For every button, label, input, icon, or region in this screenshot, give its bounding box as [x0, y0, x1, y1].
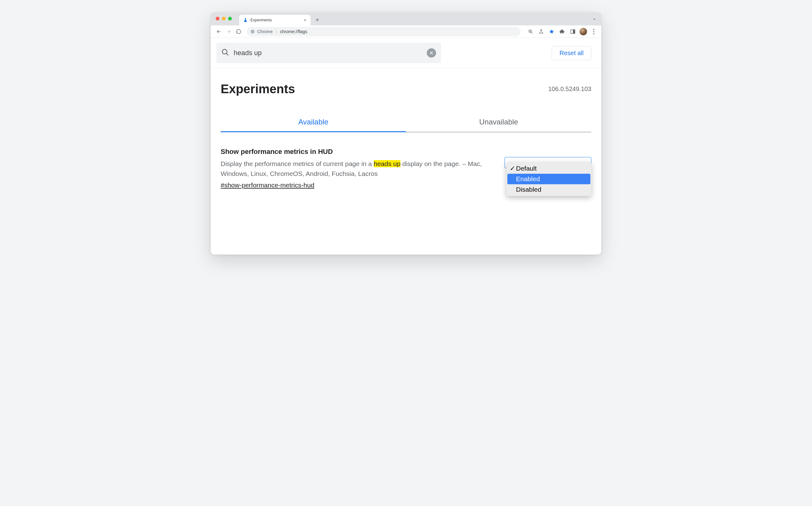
- back-button[interactable]: [214, 27, 223, 36]
- maximize-window-button[interactable]: [228, 17, 232, 20]
- tab-title: Experiments: [250, 18, 300, 22]
- tab-close-icon[interactable]: [302, 18, 307, 23]
- experiment-hash-link[interactable]: #show-performance-metrics-hud: [221, 181, 314, 189]
- omnibox-divider: |: [276, 29, 277, 34]
- experiment-control: ✓ Default Enabled Disabled: [505, 148, 591, 168]
- experiment-text: Show performance metrics in HUD Display …: [221, 148, 486, 189]
- search-row: Reset all: [211, 38, 601, 68]
- reload-button[interactable]: [234, 27, 243, 36]
- flask-icon: [243, 18, 248, 23]
- heading-row: Experiments 106.0.5249.103: [211, 68, 601, 99]
- checkmark-icon: ✓: [510, 165, 515, 172]
- option-disabled-label: Disabled: [516, 186, 541, 193]
- search-box: [216, 43, 441, 63]
- chrome-icon: [250, 29, 255, 34]
- tabs-row: Available Unavailable: [221, 118, 591, 132]
- search-icon: [221, 48, 229, 58]
- search-highlight: heads up: [374, 160, 400, 167]
- experiment-row: Show performance metrics in HUD Display …: [221, 148, 591, 189]
- svg-point-3: [252, 31, 253, 32]
- page-title: Experiments: [221, 82, 295, 96]
- omnibox-url: chrome://flags: [280, 29, 307, 34]
- traffic-lights: [216, 17, 232, 20]
- reset-all-button[interactable]: Reset all: [552, 46, 591, 60]
- svg-rect-0: [245, 18, 246, 19]
- svg-point-10: [222, 49, 227, 54]
- experiment-dropdown: ✓ Default Enabled Disabled: [506, 162, 591, 196]
- address-bar[interactable]: Chrome | chrome://flags: [247, 27, 521, 36]
- share-icon[interactable]: [537, 28, 545, 35]
- option-enabled[interactable]: Enabled: [507, 174, 590, 184]
- svg-point-8: [593, 31, 594, 32]
- clear-search-button[interactable]: [427, 48, 436, 58]
- close-window-button[interactable]: [216, 17, 219, 20]
- option-disabled[interactable]: Disabled: [507, 184, 590, 195]
- chrome-menu-icon[interactable]: [590, 28, 598, 35]
- option-default[interactable]: ✓ Default: [507, 163, 590, 174]
- option-default-label: Default: [516, 165, 537, 172]
- profile-avatar[interactable]: [580, 28, 587, 35]
- side-panel-icon[interactable]: [569, 28, 577, 35]
- experiment-title: Show performance metrics in HUD: [221, 148, 486, 156]
- browser-tab[interactable]: Experiments: [239, 15, 310, 25]
- bookmark-star-icon[interactable]: [548, 28, 556, 35]
- extensions-icon[interactable]: [559, 28, 566, 35]
- tab-available[interactable]: Available: [221, 118, 406, 132]
- desc-before: Display the performance metrics of curre…: [221, 160, 374, 167]
- svg-point-7: [593, 29, 594, 30]
- page-content: Reset all Experiments 106.0.5249.103 Ava…: [211, 38, 601, 255]
- browser-window: Experiments Chrome | chrome://f: [211, 12, 601, 255]
- minimize-window-button[interactable]: [222, 17, 226, 20]
- svg-rect-6: [573, 30, 575, 33]
- option-enabled-label: Enabled: [516, 175, 540, 183]
- omnibox-prefix: Chrome: [257, 29, 273, 34]
- experiment-description: Display the performance metrics of curre…: [221, 159, 486, 178]
- forward-button[interactable]: [224, 27, 233, 36]
- tab-search-button[interactable]: [591, 16, 598, 22]
- search-input[interactable]: [234, 49, 423, 57]
- tab-unavailable[interactable]: Unavailable: [406, 118, 591, 132]
- new-tab-button[interactable]: [313, 15, 322, 24]
- tab-strip: Experiments: [211, 12, 601, 25]
- toolbar: Chrome | chrome://flags: [211, 25, 601, 38]
- toolbar-actions: [527, 28, 598, 35]
- zoom-icon[interactable]: [527, 28, 534, 35]
- experiments-list: Show performance metrics in HUD Display …: [211, 132, 601, 226]
- svg-point-9: [593, 33, 594, 34]
- version-label: 106.0.5249.103: [548, 85, 591, 93]
